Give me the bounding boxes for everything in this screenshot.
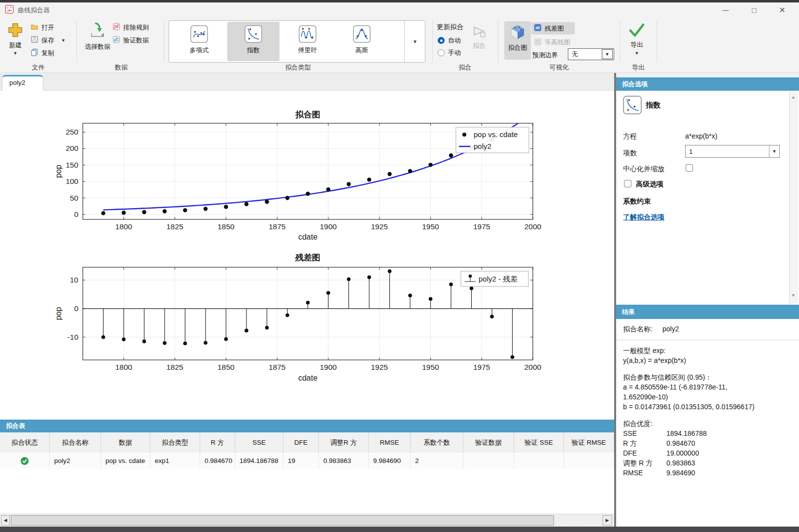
minimize-button[interactable]: — <box>714 2 737 17</box>
new-button[interactable]: 新建 ▼ <box>4 22 27 61</box>
table-cell <box>463 453 514 469</box>
svg-text:1950: 1950 <box>422 222 439 231</box>
terms-select[interactable]: 1 ▼ <box>685 145 780 158</box>
svg-text:1800: 1800 <box>115 222 133 231</box>
validation-data-button[interactable]: 验证数据 <box>112 35 149 45</box>
residual-plot-toggle[interactable]: 残差图 <box>531 22 575 35</box>
exclusion-rules-label: 排除规则 <box>123 23 149 32</box>
horizontal-scrollbar[interactable]: ◀ ▶ <box>0 514 614 527</box>
table-cell: 0.984670 <box>200 453 235 469</box>
terms-value: 1 <box>686 148 769 155</box>
scroll-right-button[interactable]: ▶ <box>602 515 612 526</box>
tab-poly2[interactable]: poly2 <box>2 75 43 91</box>
copy-button[interactable]: 复制 <box>31 48 54 58</box>
fit-type-item-2[interactable]: 傅里叶 <box>281 22 334 61</box>
scrollbar-track[interactable] <box>555 515 601 526</box>
svg-text:2000: 2000 <box>524 222 542 231</box>
svg-text:50: 50 <box>70 194 79 202</box>
fit-table-column-headers: 拟合状态拟合名称数据拟合类型R 方SSEDFE调整R 方RMSE系数个数验证数据… <box>0 432 614 453</box>
section-label-viz: 可视化 <box>498 63 620 72</box>
fit-plot-toggle[interactable]: 拟合图 <box>504 21 531 60</box>
manual-update-radio[interactable]: 手动 <box>438 48 461 57</box>
scroll-left-button[interactable]: ◀ <box>1 515 10 526</box>
save-icon <box>31 35 38 45</box>
fit-type-icon <box>190 25 208 44</box>
update-fit-label: 更新拟合 <box>437 23 463 32</box>
fit-options-panel: 指数 方程 a*exp(b*x) 项数 1 ▼ 中心化并缩放 高级选项 系数约束… <box>616 91 799 305</box>
results-line: 1.652090e-10) <box>623 392 795 402</box>
fit-options-title: 拟合选项 <box>622 80 648 89</box>
title-bar: 曲线拟合器 — □ ✕ <box>0 2 799 18</box>
svg-text:拟合图: 拟合图 <box>295 110 320 119</box>
section-label-fit-type: 拟合类型 <box>164 63 432 72</box>
scroll-down-icon[interactable]: ▼ <box>791 293 796 298</box>
import-data-icon <box>89 32 106 40</box>
fit-table-title: 拟合表 <box>6 422 25 430</box>
save-label: 保存 <box>41 36 54 45</box>
fit-type-item-1[interactable]: 指数 <box>227 22 279 61</box>
auto-update-radio[interactable]: 自动 <box>438 36 461 45</box>
svg-text:poly2 - 残差: poly2 - 残差 <box>479 275 518 283</box>
open-button[interactable]: 打开 <box>31 23 54 32</box>
section-label-fit: 拟合 <box>432 63 498 72</box>
table-column-header: R 方 <box>200 432 235 453</box>
svg-text:pop vs. cdate: pop vs. cdate <box>474 130 518 139</box>
svg-text:1800: 1800 <box>115 363 133 371</box>
svg-text:150: 150 <box>66 161 78 169</box>
exclusion-rules-button[interactable]: 排除规则 <box>112 23 149 32</box>
fit-type-label: 多项式 <box>190 46 209 55</box>
fit-type-gallery-expand[interactable]: ▼ <box>404 21 425 62</box>
goodness-row: 调整 R 方0.983863 <box>623 458 795 468</box>
fit-type-label: 指数 <box>247 46 260 55</box>
goodness-row: R 方0.984670 <box>623 438 795 448</box>
center-scale-checkbox[interactable] <box>686 164 693 172</box>
select-data-button[interactable]: 选择数据 <box>79 22 116 61</box>
coefficient-constraints-label: 系数约束 <box>623 197 651 206</box>
learn-fit-options-link[interactable]: 了解拟合选项 <box>623 213 664 222</box>
table-column-header: 验证 SSE <box>514 432 564 453</box>
scrollbar-thumb[interactable] <box>11 515 554 526</box>
radio-selected-icon <box>438 37 445 44</box>
table-column-header: 拟合类型 <box>150 432 200 453</box>
svg-text:cdate: cdate <box>298 233 317 241</box>
svg-text:1900: 1900 <box>320 222 337 231</box>
svg-text:1875: 1875 <box>269 222 285 231</box>
save-dropdown-icon[interactable]: ▼ <box>61 38 66 43</box>
window-title: 曲线拟合器 <box>18 6 50 15</box>
advanced-options-checkbox[interactable] <box>624 180 631 187</box>
table-cell: pop vs. cdate <box>101 453 150 469</box>
options-scrollbar[interactable]: ▲ ▼ <box>789 92 798 304</box>
fit-type-item-0[interactable]: 多项式 <box>173 22 225 61</box>
scroll-up-icon[interactable]: ▲ <box>791 95 796 100</box>
export-button[interactable]: 导出 ▼ <box>623 23 651 56</box>
curve-fitter-window: 曲线拟合器 — □ ✕ 新建 ▼ 打开 保存 ▼ 复制 文件 <box>0 0 799 532</box>
table-row[interactable]: poly2pop vs. cdateexp10.9846701894.18678… <box>0 453 614 469</box>
fit-type-label: 傅里叶 <box>298 46 317 55</box>
table-column-header: 拟合状态 <box>0 432 50 453</box>
terms-label: 项数 <box>623 149 637 158</box>
close-button[interactable]: ✕ <box>771 2 794 17</box>
svg-text:1900: 1900 <box>320 363 337 371</box>
table-column-header: 验证 RMSE <box>564 432 614 453</box>
svg-text:1975: 1975 <box>473 363 490 371</box>
svg-text:10: 10 <box>70 276 79 284</box>
prediction-bounds-select[interactable]: 无 ▼ <box>568 48 614 60</box>
results-header-bar: 结果 <box>616 305 799 319</box>
new-label: 新建 <box>4 41 27 50</box>
goodness-key: RMSE <box>623 468 666 478</box>
results-line: a = 4.850559e-11 (-6.819778e-11, <box>623 382 795 392</box>
new-icon <box>7 32 24 40</box>
select-data-label: 选择数据 <box>79 42 116 51</box>
goodness-value: 19.000000 <box>666 449 699 457</box>
residual-plot-label: 残差图 <box>545 24 564 33</box>
save-button[interactable]: 保存 ▼ <box>31 35 66 45</box>
manual-update-label: 手动 <box>448 48 461 57</box>
residual-plot-canvas[interactable]: 180018251850187519001925195019752000-100… <box>49 249 547 387</box>
fit-type-item-3[interactable]: 高斯 <box>336 22 388 61</box>
validation-data-icon <box>112 35 120 45</box>
divider <box>498 20 498 62</box>
fit-plot-canvas[interactable]: 1800182518501875190019251950197520000501… <box>49 107 547 245</box>
status-ok-icon <box>20 457 29 465</box>
maximize-button[interactable]: □ <box>743 2 765 17</box>
table-column-header: 调整R 方 <box>319 432 369 453</box>
